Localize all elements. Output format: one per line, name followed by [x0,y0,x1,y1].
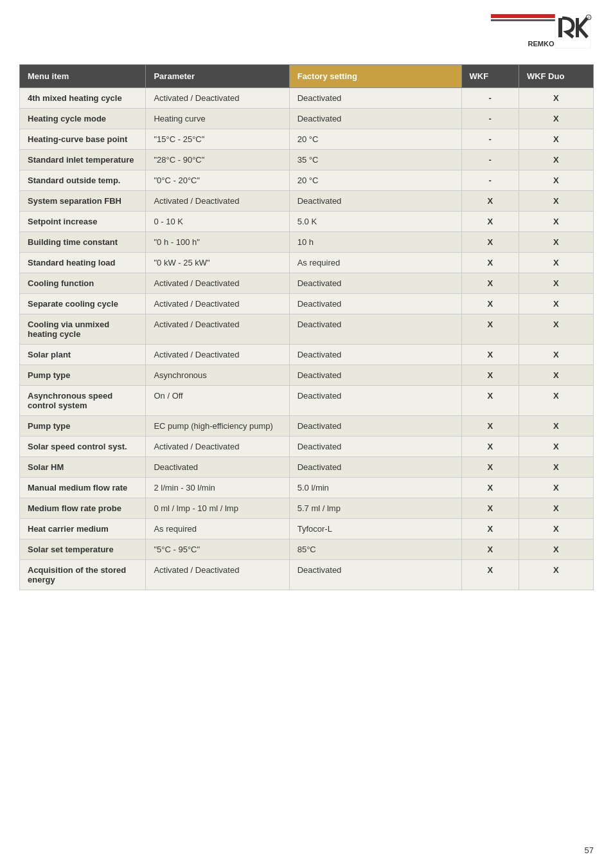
cell-wkf: X [461,253,519,273]
cell-factory_setting: Deactivated [289,294,461,314]
cell-wkf: - [461,88,519,109]
cell-wkf: - [461,109,519,129]
cell-factory_setting: Deactivated [289,416,461,437]
cell-menu_item: Pump type [20,416,146,437]
cell-wkf: X [461,212,519,232]
cell-wkf_duo: X [519,478,593,498]
cell-factory_setting: Deactivated [289,386,461,416]
cell-wkf: X [461,437,519,457]
cell-wkf: X [461,273,519,294]
table-row: Standard outside temp."0°C - 20°C"20 °C-… [20,170,594,191]
cell-menu_item: Standard inlet temperature [20,150,146,170]
cell-menu_item: Medium flow rate probe [20,498,146,519]
cell-factory_setting: Deactivated [289,109,461,129]
table-row: Solar set temperature"5°C - 95°C"85°CXX [20,539,594,560]
cell-wkf_duo: X [519,457,593,478]
cell-wkf: - [461,129,519,150]
cell-menu_item: Acquisition of the stored energy [20,560,146,590]
table-body: 4th mixed heating cycleActivated / Deact… [20,88,594,590]
cell-wkf: X [461,294,519,314]
cell-parameter: Activated / Deactivated [146,88,289,109]
cell-wkf_duo: X [519,88,593,109]
page-header: REMKO ® [19,13,594,51]
col-header-parameter: Parameter [146,65,289,88]
cell-parameter: EC pump (high-efficiency pump) [146,416,289,437]
cell-factory_setting: Deactivated [289,314,461,345]
cell-wkf: X [461,478,519,498]
table-row: Standard inlet temperature"28°C - 90°C"3… [20,150,594,170]
cell-wkf: X [461,519,519,539]
cell-parameter: "0 kW - 25 kW" [146,253,289,273]
cell-factory_setting: As required [289,253,461,273]
cell-wkf_duo: X [519,416,593,437]
table-row: Building time constant"0 h - 100 h"10 hX… [20,232,594,253]
table-row: System separation FBHActivated / Deactiv… [20,191,594,212]
cell-menu_item: Solar HM [20,457,146,478]
svg-rect-0 [491,14,555,18]
cell-parameter: "0°C - 20°C" [146,170,289,191]
col-header-menu: Menu item [20,65,146,88]
cell-parameter: Activated / Deactivated [146,314,289,345]
cell-wkf_duo: X [519,170,593,191]
col-header-factory-setting: Factory setting [289,65,461,88]
cell-factory_setting: 35 °C [289,150,461,170]
table-row: Heat carrier mediumAs requiredTyfocor-LX… [20,519,594,539]
cell-menu_item: Building time constant [20,232,146,253]
cell-wkf: X [461,191,519,212]
cell-factory_setting: 5.0 K [289,212,461,232]
table-row: Cooling functionActivated / DeactivatedD… [20,273,594,294]
cell-wkf_duo: X [519,129,593,150]
table-row: Pump typeEC pump (high-efficiency pump)D… [20,416,594,437]
cell-parameter: "5°C - 95°C" [146,539,289,560]
cell-menu_item: Heat carrier medium [20,519,146,539]
cell-wkf_duo: X [519,253,593,273]
cell-wkf_duo: X [519,345,593,365]
cell-menu_item: System separation FBH [20,191,146,212]
svg-rect-1 [491,19,555,21]
cell-factory_setting: Deactivated [289,191,461,212]
cell-menu_item: Solar plant [20,345,146,365]
cell-parameter: Activated / Deactivated [146,345,289,365]
logo: REMKO ® [491,13,594,51]
cell-parameter: "15°C - 25°C" [146,129,289,150]
table-row: Cooling via unmixed heating cycleActivat… [20,314,594,345]
cell-menu_item: 4th mixed heating cycle [20,88,146,109]
cell-parameter: Activated / Deactivated [146,437,289,457]
cell-parameter: Heating curve [146,109,289,129]
cell-menu_item: Cooling function [20,273,146,294]
cell-parameter: Deactivated [146,457,289,478]
cell-wkf: X [461,232,519,253]
cell-wkf_duo: X [519,232,593,253]
cell-wkf_duo: X [519,273,593,294]
cell-wkf_duo: X [519,437,593,457]
cell-wkf_duo: X [519,365,593,386]
cell-factory_setting: 85°C [289,539,461,560]
col-header-wkf: WKF [461,65,519,88]
table-row: Standard heating load"0 kW - 25 kW"As re… [20,253,594,273]
cell-parameter: Activated / Deactivated [146,294,289,314]
cell-factory_setting: Deactivated [289,365,461,386]
cell-factory_setting: Deactivated [289,273,461,294]
cell-menu_item: Standard outside temp. [20,170,146,191]
cell-parameter: 2 l/min - 30 l/min [146,478,289,498]
table-row: Setpoint increase0 - 10 K5.0 KXX [20,212,594,232]
cell-wkf_duo: X [519,539,593,560]
cell-factory_setting: 20 °C [289,170,461,191]
cell-wkf_duo: X [519,191,593,212]
cell-menu_item: Pump type [20,365,146,386]
table-row: Solar plantActivated / DeactivatedDeacti… [20,345,594,365]
svg-text:REMKO: REMKO [528,40,555,48]
cell-factory_setting: 10 h [289,232,461,253]
table-row: Separate cooling cycleActivated / Deacti… [20,294,594,314]
cell-menu_item: Heating cycle mode [20,109,146,129]
cell-wkf_duo: X [519,109,593,129]
cell-menu_item: Separate cooling cycle [20,294,146,314]
cell-wkf: X [461,539,519,560]
page-number: 57 [585,845,594,855]
svg-text:®: ® [587,16,590,20]
cell-parameter: As required [146,519,289,539]
cell-menu_item: Heating-curve base point [20,129,146,150]
cell-wkf: - [461,150,519,170]
cell-factory_setting: Deactivated [289,560,461,590]
cell-wkf_duo: X [519,150,593,170]
